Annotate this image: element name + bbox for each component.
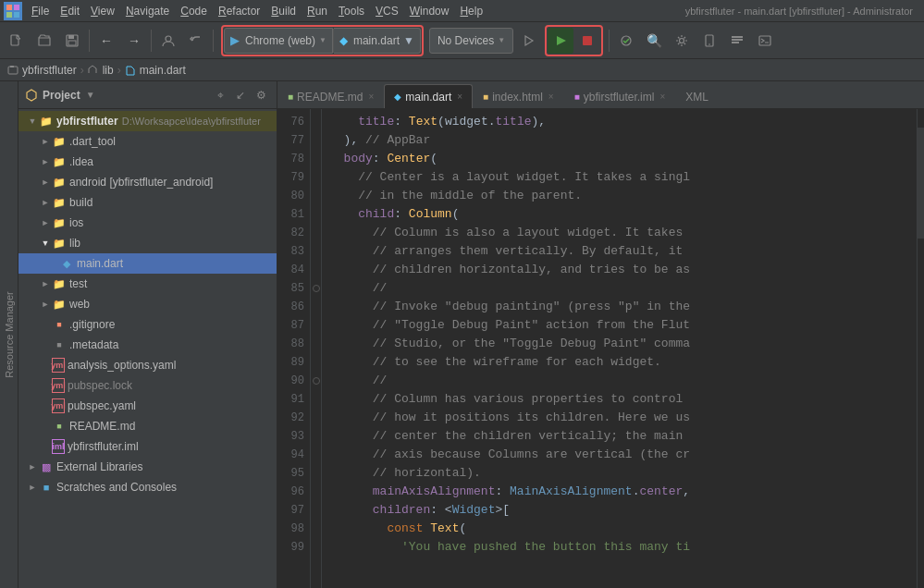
profile2-button[interactable]: 🔍 bbox=[641, 28, 667, 54]
phone-button[interactable] bbox=[696, 28, 722, 54]
tree-iml[interactable]: iml ybfirstfluter.iml bbox=[18, 436, 277, 457]
settings-button[interactable] bbox=[669, 28, 695, 54]
ext-libs-icon: ▩ bbox=[39, 459, 54, 474]
tree-idea[interactable]: ► 📁 .idea bbox=[18, 152, 277, 172]
menu-tools[interactable]: Tools bbox=[333, 3, 370, 19]
line-num-82: 82 bbox=[277, 224, 304, 242]
pubspec-label: pubspec.yaml bbox=[68, 399, 136, 412]
menu-run[interactable]: Run bbox=[302, 3, 333, 19]
tree-android[interactable]: ► 📁 android [ybfirstfluter_android] bbox=[18, 172, 277, 192]
line-num-88: 88 bbox=[277, 335, 304, 353]
line-num-86: 86 bbox=[277, 298, 304, 316]
code-content[interactable]: title: Text(widget.title), ), // AppBar … bbox=[322, 109, 917, 588]
menu-file[interactable]: File bbox=[26, 3, 55, 19]
tree-readme[interactable]: ■ README.md bbox=[18, 416, 277, 436]
tree-ios[interactable]: ► 📁 ios bbox=[18, 213, 277, 233]
profile-button[interactable] bbox=[155, 28, 181, 54]
ext-libs-label: External Libraries bbox=[56, 460, 142, 473]
tree-pubspec-lock[interactable]: yml pubspec.lock bbox=[18, 375, 277, 396]
toolbar-sep-1 bbox=[89, 30, 90, 52]
tree-pubspec[interactable]: yml pubspec.yaml bbox=[18, 396, 277, 416]
html-tab-close[interactable]: × bbox=[548, 92, 554, 102]
menu-code[interactable]: Code bbox=[175, 3, 213, 19]
scroll-dot bbox=[313, 285, 320, 292]
menu-help[interactable]: Help bbox=[454, 3, 488, 19]
main-dart-tab-close[interactable]: × bbox=[457, 92, 462, 102]
svg-rect-3 bbox=[14, 12, 19, 18]
undo-button[interactable] bbox=[183, 28, 209, 54]
breadcrumb-lib[interactable]: lib bbox=[103, 64, 114, 77]
coverage-button[interactable] bbox=[613, 28, 639, 54]
save-button[interactable] bbox=[59, 28, 85, 54]
window-title: ybfirstfluter - main.dart [ybfirstfluter… bbox=[685, 6, 920, 17]
tree-root[interactable]: ▼ 📁 ybfirstfluter D:\Worksapce\Idea\ybfi… bbox=[18, 111, 277, 131]
tree-metadata[interactable]: ■ .metadata bbox=[18, 335, 277, 355]
menu-navigate[interactable]: Navigate bbox=[120, 3, 175, 19]
menu-build[interactable]: Build bbox=[265, 3, 302, 19]
svg-marker-9 bbox=[525, 36, 533, 45]
menu-vcs[interactable]: VCS bbox=[370, 3, 404, 19]
more-button[interactable] bbox=[724, 28, 750, 54]
gitignore-icon: ■ bbox=[52, 317, 67, 332]
tab-readme[interactable]: ■ README.md × bbox=[277, 84, 384, 108]
scroll-indicators bbox=[311, 109, 322, 588]
android-label: android [ybfirstfluter_android] bbox=[69, 176, 213, 189]
test-arrow: ► bbox=[39, 279, 52, 288]
panel-settings-icon[interactable]: ⚙ bbox=[253, 87, 269, 104]
back-button[interactable]: ← bbox=[93, 28, 119, 54]
test-icon: 📁 bbox=[52, 276, 67, 291]
file-selector-label: main.dart bbox=[353, 34, 400, 47]
menu-view[interactable]: View bbox=[85, 3, 120, 19]
breadcrumb-root[interactable]: ybfirstfluter bbox=[22, 64, 77, 77]
web-icon: 📁 bbox=[52, 297, 67, 312]
new-file-button[interactable] bbox=[4, 28, 30, 54]
line-num-80: 80 bbox=[277, 187, 304, 205]
iml-tab-close[interactable]: × bbox=[659, 92, 665, 102]
tab-main-dart[interactable]: ◆ main.dart × bbox=[384, 84, 473, 108]
no-devices-button[interactable]: No Devices ▼ bbox=[429, 28, 513, 54]
device-selector[interactable]: ▶ Chrome (web) ▼ bbox=[224, 28, 333, 54]
tree-build[interactable]: ► 📁 build bbox=[18, 192, 277, 213]
open-button[interactable] bbox=[31, 28, 57, 54]
no-devices-arrow: ▼ bbox=[498, 36, 505, 44]
left-sidebar: Resource Manager bbox=[0, 81, 18, 588]
pubspec-lock-icon: yml bbox=[52, 378, 65, 393]
resource-manager-tab[interactable]: Resource Manager bbox=[4, 291, 15, 378]
menu-edit[interactable]: Edit bbox=[55, 3, 85, 19]
code-line-99: 'You have pushed the button this many ti bbox=[329, 538, 909, 557]
panel-locate-icon[interactable]: ⌖ bbox=[212, 87, 228, 104]
terminal-button[interactable] bbox=[752, 28, 778, 54]
tree-main-dart[interactable]: ◆ main.dart bbox=[18, 253, 277, 274]
tab-iml[interactable]: ■ ybfirstfluter.iml × bbox=[564, 84, 676, 108]
readme-tab-close[interactable]: × bbox=[368, 92, 374, 102]
tab-index-html[interactable]: ■ index.html × bbox=[473, 84, 564, 108]
tree-scratches[interactable]: ► ■ Scratches and Consoles bbox=[18, 477, 277, 497]
debug-button[interactable] bbox=[515, 28, 541, 54]
minimap-thumb[interactable] bbox=[918, 128, 924, 239]
toolbar: ← → ▶ Chrome (web) ▼ ◆ main.dart ▼ No De… bbox=[0, 22, 924, 59]
file-selector[interactable]: ◆ main.dart ▼ bbox=[334, 28, 421, 54]
code-line-76: title: Text(widget.title), bbox=[329, 113, 909, 131]
minimap bbox=[917, 109, 924, 588]
code-line-96: mainAxisAlignment: MainAxisAlignment.cen… bbox=[329, 483, 909, 501]
code-line-78: body: Center( bbox=[329, 150, 909, 168]
menu-refactor[interactable]: Refactor bbox=[213, 3, 265, 19]
panel-collapse-icon[interactable]: ↙ bbox=[232, 87, 249, 104]
line-num-91: 91 bbox=[277, 390, 304, 409]
ios-label: ios bbox=[69, 216, 83, 229]
tree-external-libs[interactable]: ► ▩ External Libraries bbox=[18, 457, 277, 477]
tree-web[interactable]: ► 📁 web bbox=[18, 294, 277, 314]
stop-button[interactable] bbox=[574, 28, 600, 54]
code-line-81: child: Column( bbox=[329, 205, 909, 224]
tree-dart-tool[interactable]: ► 📁 .dart_tool bbox=[18, 131, 277, 152]
breadcrumb-file[interactable]: main.dart bbox=[140, 64, 186, 77]
tree-test[interactable]: ► 📁 test bbox=[18, 274, 277, 294]
run-app-button[interactable] bbox=[548, 28, 573, 54]
tree-lib[interactable]: ▼ 📁 lib bbox=[18, 233, 277, 253]
tree-analysis[interactable]: yml analysis_options.yaml bbox=[18, 355, 277, 375]
menu-window[interactable]: Window bbox=[404, 3, 455, 19]
tab-overflow[interactable]: XML bbox=[675, 84, 719, 108]
forward-button[interactable]: → bbox=[121, 28, 147, 54]
tree-gitignore[interactable]: ■ .gitignore bbox=[18, 314, 277, 335]
panel-dropdown-arrow[interactable]: ▼ bbox=[86, 90, 95, 100]
